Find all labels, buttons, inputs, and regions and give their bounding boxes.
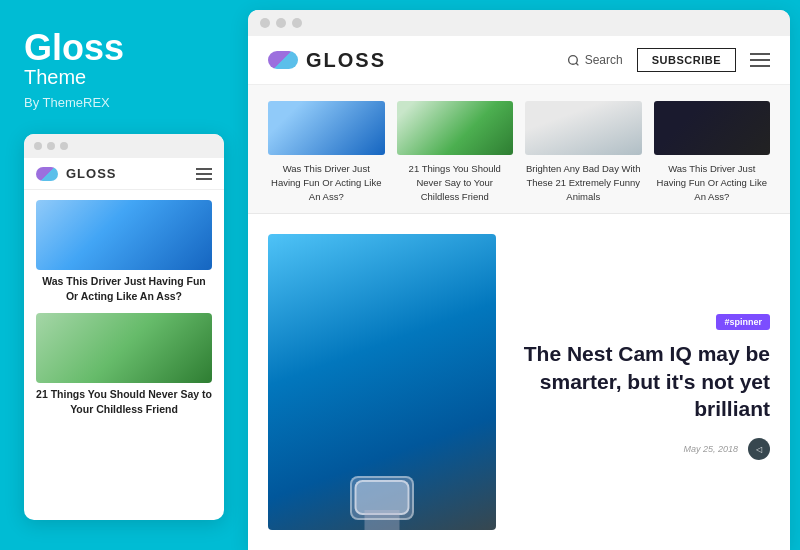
search-label: Search (585, 53, 623, 67)
site-logo: GLOSS (268, 49, 386, 72)
article-title-1: Was This Driver Just Having Fun Or Actin… (268, 162, 385, 203)
hamburger-menu-button[interactable] (750, 53, 770, 67)
feature-date: May 25, 2018 (683, 444, 738, 454)
article-thumbnail-2 (397, 101, 514, 155)
mini-dot-2 (47, 142, 55, 150)
feature-title: The Nest Cam IQ may be smarter, but it's… (516, 340, 770, 422)
mini-browser-preview: GLOSS Was This Driver Just Having Fun Or… (24, 134, 224, 520)
article-title-2: 21 Things You Should Never Say to Your C… (397, 162, 514, 203)
feature-image (268, 234, 496, 530)
site-logo-text: GLOSS (306, 49, 386, 72)
article-title-3: Brighten Any Bad Day With These 21 Extre… (525, 162, 642, 203)
wrist-decoration (364, 510, 399, 530)
site-header: GLOSS Search SUBSCRIBE (248, 36, 790, 85)
main-browser: GLOSS Search SUBSCRIBE (248, 10, 790, 550)
table-row: Was This Driver Just Having Fun Or Actin… (648, 101, 777, 203)
mini-site-header: GLOSS (24, 158, 224, 190)
feature-meta: May 25, 2018 (683, 438, 770, 460)
table-row: Brighten Any Bad Day With These 21 Extre… (519, 101, 648, 203)
feature-section: #spinner The Nest Cam IQ may be smarter,… (248, 214, 790, 550)
main-content: GLOSS Search SUBSCRIBE (248, 36, 790, 550)
mini-article-title-1: Was This Driver Just Having Fun Or Actin… (36, 274, 212, 303)
feature-text: #spinner The Nest Cam IQ may be smarter,… (496, 214, 790, 550)
mini-logo-icon (36, 167, 58, 181)
svg-line-1 (576, 63, 578, 65)
main-browser-chrome (248, 10, 790, 36)
search-button[interactable]: Search (567, 53, 623, 67)
watch-decoration (354, 480, 409, 515)
mini-browser-chrome (24, 134, 224, 158)
article-thumbnail-1 (268, 101, 385, 155)
mini-articles-list: Was This Driver Just Having Fun Or Actin… (24, 190, 224, 427)
sidebar: Gloss Theme By ThemeREX GLOSS Was This D… (0, 0, 248, 550)
sidebar-title: Gloss Theme By ThemeREX (24, 30, 224, 134)
mini-article-image-1 (36, 200, 212, 270)
article-thumbnail-3 (525, 101, 642, 155)
main-dot-2 (276, 18, 286, 28)
mini-article-image-2 (36, 313, 212, 383)
svg-point-0 (568, 55, 577, 64)
spinner-badge: #spinner (716, 314, 770, 330)
site-logo-icon (268, 51, 298, 69)
main-dot-1 (260, 18, 270, 28)
search-icon (567, 54, 580, 67)
mini-hamburger-icon[interactable] (196, 168, 212, 180)
mini-logo-text: GLOSS (66, 166, 117, 181)
article-grid: Was This Driver Just Having Fun Or Actin… (248, 85, 790, 214)
list-item: 21 Things You Should Never Say to Your C… (36, 313, 212, 416)
article-title-4: Was This Driver Just Having Fun Or Actin… (654, 162, 771, 203)
table-row: 21 Things You Should Never Say to Your C… (391, 101, 520, 203)
subscribe-button[interactable]: SUBSCRIBE (637, 48, 736, 72)
mini-article-title-2: 21 Things You Should Never Say to Your C… (36, 387, 212, 416)
article-thumbnail-4 (654, 101, 771, 155)
mini-dot-3 (60, 142, 68, 150)
list-item: Was This Driver Just Having Fun Or Actin… (36, 200, 212, 303)
site-header-right: Search SUBSCRIBE (567, 48, 770, 72)
main-dot-3 (292, 18, 302, 28)
mini-dot-1 (34, 142, 42, 150)
table-row: Was This Driver Just Having Fun Or Actin… (262, 101, 391, 203)
share-button[interactable] (748, 438, 770, 460)
